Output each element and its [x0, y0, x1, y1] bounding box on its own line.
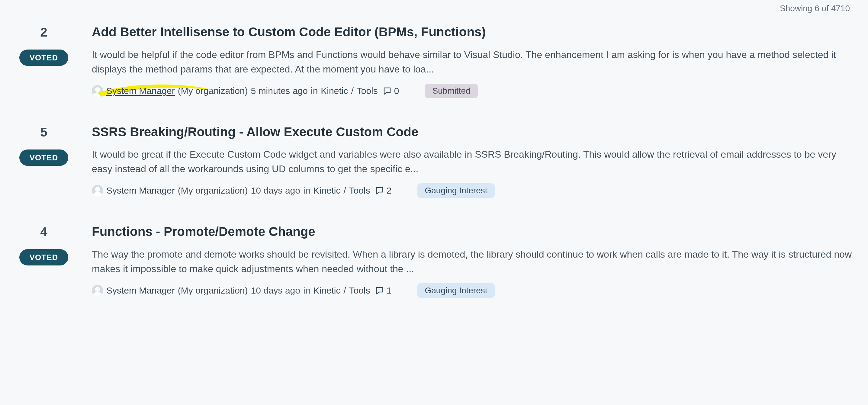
voted-button[interactable]: VOTED [19, 150, 68, 166]
idea-title[interactable]: SSRS Breaking/Routing - Allow Execute Cu… [92, 124, 856, 140]
idea-meta: System Manager(My organization)10 days a… [92, 283, 856, 298]
category-link[interactable]: Tools [349, 285, 370, 296]
idea-title[interactable]: Add Better Intellisense to Custom Code E… [92, 24, 856, 40]
author-link[interactable]: System Manager [106, 185, 175, 196]
comment-icon [375, 286, 384, 295]
idea-description: It would be helpful if the code editor f… [92, 48, 856, 76]
category-link[interactable]: Kinetic [313, 185, 340, 196]
comment-count: 2 [386, 185, 392, 196]
vote-count: 2 [40, 26, 47, 39]
idea-description: The way the promote and demote works sho… [92, 247, 856, 276]
category-link[interactable]: Tools [349, 185, 370, 196]
status-badge: Gauging Interest [417, 283, 494, 298]
category-link[interactable]: Kinetic [321, 86, 348, 96]
vote-column: 2VOTED [12, 24, 75, 66]
comment-icon [375, 186, 384, 195]
idea-description: It would be great if the Execute Custom … [92, 147, 856, 176]
idea-title[interactable]: Functions - Promote/Demote Change [92, 224, 856, 240]
idea-meta: System Manager(My organization)10 days a… [92, 183, 856, 198]
author-org: (My organization) [178, 185, 248, 196]
voted-button[interactable]: VOTED [19, 50, 68, 66]
vote-column: 4VOTED [12, 224, 75, 266]
vote-column: 5VOTED [12, 124, 75, 166]
avatar [92, 285, 103, 296]
idea-content: Functions - Promote/Demote ChangeThe way… [92, 224, 856, 298]
comment-count: 1 [386, 285, 392, 296]
comments-link[interactable]: 1 [375, 285, 392, 296]
results-count: Showing 6 of 4710 [12, 4, 856, 24]
idea-content: SSRS Breaking/Routing - Allow Execute Cu… [92, 124, 856, 198]
in-label: in [303, 185, 310, 196]
comments-link[interactable]: 0 [383, 86, 399, 96]
author-org: (My organization) [178, 86, 248, 96]
status-badge: Gauging Interest [417, 183, 494, 198]
category-separator: / [343, 285, 346, 296]
vote-count: 5 [40, 126, 47, 138]
category-link[interactable]: Kinetic [313, 285, 340, 296]
category-separator: / [343, 185, 346, 196]
category-separator: / [351, 86, 353, 96]
category-link[interactable]: Tools [357, 86, 378, 96]
voted-button[interactable]: VOTED [19, 249, 68, 266]
status-badge: Submitted [425, 84, 477, 98]
vote-count: 4 [40, 226, 47, 238]
in-label: in [303, 285, 310, 296]
author-org: (My organization) [178, 285, 248, 296]
idea-row: 5VOTEDSSRS Breaking/Routing - Allow Exec… [12, 124, 856, 198]
in-label: in [311, 86, 318, 96]
idea-row: 4VOTEDFunctions - Promote/Demote ChangeT… [12, 224, 856, 298]
comments-link[interactable]: 2 [375, 185, 392, 196]
idea-meta: System Manager(My organization)5 minutes… [92, 84, 856, 98]
idea-row: 2VOTEDAdd Better Intellisense to Custom … [12, 24, 856, 98]
avatar [92, 85, 103, 97]
author-link[interactable]: System Manager [106, 285, 175, 296]
comment-icon [383, 86, 392, 95]
timestamp: 5 minutes ago [251, 86, 308, 96]
idea-content: Add Better Intellisense to Custom Code E… [92, 24, 856, 98]
timestamp: 10 days ago [251, 285, 300, 296]
timestamp: 10 days ago [251, 185, 300, 196]
avatar [92, 185, 103, 196]
author-link[interactable]: System Manager [106, 86, 175, 96]
comment-count: 0 [394, 86, 399, 96]
